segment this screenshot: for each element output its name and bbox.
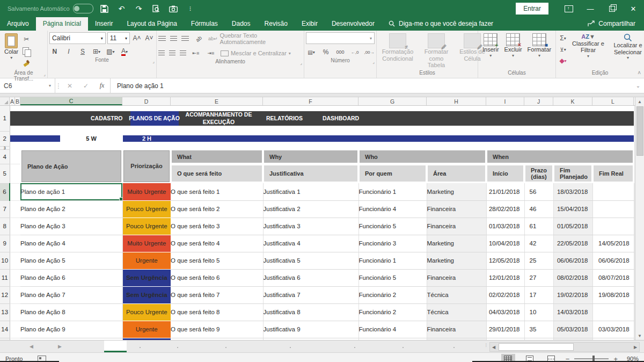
cell-plano[interactable]: Plano de ação 1 xyxy=(20,183,122,200)
cell-prioridade[interactable]: Urgente xyxy=(122,321,171,338)
cell-what[interactable]: O que será feito 9 xyxy=(171,321,263,338)
tab-layout-da-pagina[interactable]: Layout da Página xyxy=(120,17,184,31)
cell-quem[interactable]: Funcionário 2 xyxy=(358,286,427,303)
cell-prazo[interactable]: 10 xyxy=(524,303,553,321)
sheet-nav-right-icon[interactable]: ▶ xyxy=(58,344,62,349)
cell-prazo[interactable]: 46 xyxy=(524,200,553,218)
cut-icon[interactable]: ✂ xyxy=(21,34,32,45)
decrease-decimal-icon[interactable]: ,00→ xyxy=(364,47,375,57)
orientation-icon[interactable]: ab xyxy=(191,31,206,46)
tab-dados[interactable]: Dados xyxy=(225,17,258,31)
ribbon-display-options-icon[interactable] xyxy=(558,0,580,17)
column-header-b[interactable]: B xyxy=(15,97,20,105)
cell-quem[interactable]: Funcionário 5 xyxy=(358,218,427,235)
expand-formula-bar-icon[interactable]: ⌄ xyxy=(632,78,644,93)
cell-prazo[interactable]: 25 xyxy=(524,252,553,269)
cell-inicio[interactable]: 02/02/2018 xyxy=(486,286,524,303)
cell-prazo[interactable]: 27 xyxy=(524,269,553,286)
nav-acompanhamento[interactable]: ACOMPANHAMENTO DE EXECUÇÃO xyxy=(179,111,259,125)
header-o-que-sera-feito[interactable]: O que será feito xyxy=(172,165,262,182)
column-header-h[interactable]: H xyxy=(427,97,486,105)
header-what[interactable]: What xyxy=(172,150,262,163)
horizontal-scroll-thumb[interactable] xyxy=(499,343,574,351)
borders-icon[interactable]: ⊞▾ xyxy=(91,46,102,57)
autosave-pill[interactable] xyxy=(73,4,93,13)
nav-planos-de-acao-active[interactable]: PLANOS DE AÇÃO xyxy=(130,111,179,125)
cell-plano[interactable]: Plano de Ação 5 xyxy=(20,252,122,269)
cell-area[interactable]: Marketing xyxy=(427,183,486,200)
two-h-cell[interactable]: 2 H xyxy=(123,135,171,142)
cell-inicio[interactable]: 21/01/2018 xyxy=(486,183,524,200)
scroll-left-icon[interactable]: ◀ xyxy=(490,345,497,350)
column-header-a[interactable]: A xyxy=(10,97,15,105)
increase-font-icon[interactable]: A˄ xyxy=(131,33,142,44)
cell-inicio[interactable]: 04/03/2018 xyxy=(486,303,524,321)
cell-area[interactable]: Técnica xyxy=(427,303,486,321)
cell-fim-planejado[interactable]: 01/05/2018 xyxy=(553,218,592,235)
nav-cadastro[interactable]: CADASTRO xyxy=(21,111,130,125)
cell-quem[interactable]: Funcionário 1 xyxy=(358,252,427,269)
column-header-f[interactable]: F xyxy=(263,97,358,105)
insert-cells-button[interactable]: ＋ Inserir ▾ xyxy=(480,32,502,70)
autosave-toggle[interactable]: Salvamento Automático xyxy=(8,4,93,13)
row-number[interactable]: 11 xyxy=(0,269,10,286)
align-left-icon[interactable] xyxy=(158,50,165,56)
cell-plano[interactable]: Plano de Ação 7 xyxy=(20,286,122,303)
row-number[interactable]: 12 xyxy=(0,286,10,303)
restore-icon[interactable] xyxy=(601,0,623,17)
cell-fim-planejado[interactable]: 08/02/2018 xyxy=(553,269,592,286)
increase-decimal-icon[interactable]: ←,0 xyxy=(349,47,360,57)
camera-icon[interactable] xyxy=(167,3,179,15)
delete-cells-button[interactable]: ✕ Excluir ▾ xyxy=(502,32,525,70)
tab-exibir[interactable]: Exibir xyxy=(295,17,325,31)
scroll-down-icon[interactable]: ▼ xyxy=(635,331,644,340)
cell-prazo[interactable]: 56 xyxy=(524,183,553,200)
dialog-launcher-icon[interactable]: ⌟ xyxy=(300,61,302,66)
number-format-select[interactable]: ▾ xyxy=(306,32,375,44)
decrease-indent-icon[interactable]: ⇤≡ xyxy=(191,48,201,59)
cell-prazo[interactable]: 17 xyxy=(524,286,553,303)
cell-quem[interactable]: Funcionário 4 xyxy=(358,200,427,218)
fill-icon[interactable]: ⊻▾ xyxy=(558,44,568,55)
column-header-l[interactable]: L xyxy=(592,97,634,105)
row-number[interactable]: 9 xyxy=(0,235,10,252)
cell-what[interactable]: O que será feito 3 xyxy=(171,218,263,235)
cell-fim-real[interactable]: 08/07/2018 xyxy=(592,269,634,286)
cell-fim-planejado[interactable]: 19/02/2018 xyxy=(553,286,592,303)
bold-button[interactable]: N xyxy=(49,46,60,57)
scroll-up-icon[interactable]: ▲ xyxy=(635,97,644,106)
formula-input[interactable]: Plano de ação 1 xyxy=(111,78,632,93)
font-color-icon[interactable]: A▾ xyxy=(119,46,130,57)
cell-fim-planejado[interactable]: 05/03/2018 xyxy=(553,321,592,338)
cell-inicio[interactable]: 01/03/2018 xyxy=(486,218,524,235)
scroll-right-icon[interactable]: ▶ xyxy=(632,345,639,350)
percent-style-icon[interactable]: % xyxy=(320,47,331,57)
cell-fim-planejado[interactable]: 06/06/2018 xyxy=(553,252,592,269)
vertical-scrollbar[interactable]: ▲ ▼ xyxy=(635,97,644,340)
row-number[interactable]: 4 xyxy=(0,149,10,164)
undo-icon[interactable]: ↶ xyxy=(116,3,128,15)
collapse-ribbon-icon[interactable]: ˄ xyxy=(638,70,641,76)
cell-fim-real[interactable]: 03/03/2018 xyxy=(592,321,634,338)
cell-area[interactable]: Financeira xyxy=(427,321,486,338)
cell-prioridade[interactable]: Muito Urgente xyxy=(122,235,171,252)
copy-icon[interactable] xyxy=(21,46,32,56)
cell-what[interactable]: O que será feito 4 xyxy=(171,235,263,252)
cell-prioridade[interactable]: Muito Urgente xyxy=(122,183,171,200)
header-justificativa[interactable]: Justificativa xyxy=(264,165,357,182)
cell-fim-planejado[interactable]: 14/03/2018 xyxy=(553,303,592,321)
minimize-icon[interactable]: — xyxy=(580,0,601,17)
tab-revisao[interactable]: Revisão xyxy=(258,17,295,31)
row-number[interactable]: 5 xyxy=(0,164,10,183)
cell-why[interactable]: Justificativa 3 xyxy=(263,218,358,235)
fill-color-icon[interactable]: ▨▾ xyxy=(105,46,116,57)
print-preview-icon[interactable] xyxy=(150,3,162,15)
cell-quem[interactable]: Funcionário 4 xyxy=(358,321,427,338)
row-number[interactable]: 6 xyxy=(0,183,10,200)
insert-function-icon[interactable]: fx xyxy=(94,78,111,93)
row-number[interactable]: 8 xyxy=(0,218,10,235)
cell-why[interactable]: Justificativa 1 xyxy=(263,183,358,200)
column-header-e[interactable]: E xyxy=(171,97,263,105)
cell-plano[interactable]: Plano de Ação 6 xyxy=(20,269,122,286)
column-header-j[interactable]: J xyxy=(524,97,553,105)
